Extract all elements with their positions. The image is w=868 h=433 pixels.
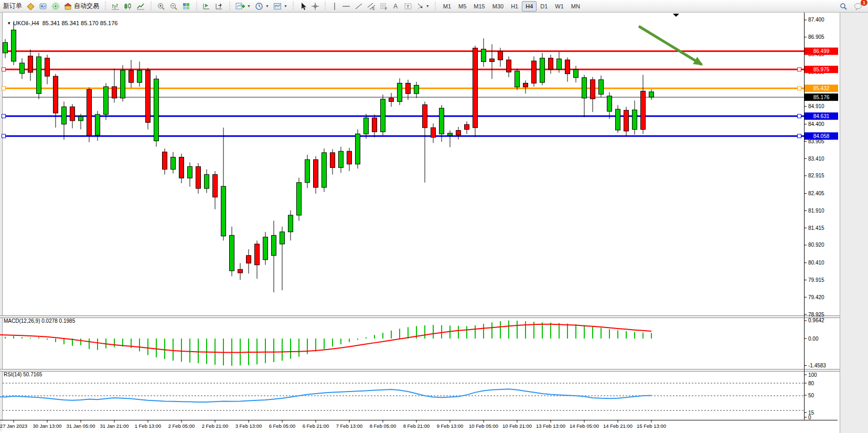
- candle-body: [507, 60, 511, 72]
- price-badge-text: 85.975: [813, 67, 830, 72]
- new-order-button[interactable]: 新订单: [1, 1, 24, 12]
- vertical-line-tool-button[interactable]: [329, 1, 340, 12]
- level-handle[interactable]: [798, 68, 801, 71]
- timeframe-m5-button[interactable]: M5: [455, 1, 470, 12]
- text-label-tool-button[interactable]: T: [402, 1, 414, 12]
- toolbar: 新订单 自动交易: [0, 0, 868, 13]
- toolbar-separator: [434, 2, 437, 11]
- crosshair-button[interactable]: [309, 1, 322, 12]
- auto-scroll-button[interactable]: [200, 1, 213, 12]
- candle-body: [238, 269, 243, 273]
- chart-canvas[interactable]: 87.40086.90586.41085.90084.91084.40083.9…: [0, 0, 840, 433]
- fibonacci-tool-button[interactable]: F: [378, 1, 390, 12]
- indicators-button[interactable]: ▼: [233, 1, 253, 12]
- candle-body: [62, 107, 67, 124]
- autotrading-button[interactable]: 自动交易: [62, 1, 101, 12]
- level-handle[interactable]: [798, 134, 801, 138]
- chevron-down-icon: ▼: [426, 4, 430, 8]
- timeframe-h4-button[interactable]: H4: [522, 1, 537, 12]
- candle-body: [339, 151, 344, 167]
- tile-windows-button[interactable]: [180, 1, 192, 12]
- zoom-out-icon: [169, 2, 178, 10]
- text-label-icon: T: [404, 2, 412, 10]
- notifications-button[interactable]: 1: [852, 1, 865, 12]
- level-handle[interactable]: [2, 114, 6, 118]
- toolbar-separator: [228, 2, 231, 11]
- line-chart-button[interactable]: [134, 1, 147, 12]
- time-tick-label: 1 Feb 13:00: [135, 423, 162, 429]
- time-tick-label: 10 Feb 21:00: [502, 423, 532, 429]
- text-icon: A: [392, 2, 400, 10]
- timeframe-m1-button[interactable]: M1: [440, 1, 455, 12]
- timeframe-h1-button[interactable]: H1: [507, 1, 522, 12]
- candle-body: [381, 99, 385, 132]
- bar-chart-button[interactable]: [109, 1, 122, 12]
- chevron-down-icon: ▼: [247, 4, 251, 8]
- zoom-out-button[interactable]: [167, 1, 180, 12]
- arrows-tool-button[interactable]: ▼: [414, 1, 432, 12]
- candle-body: [255, 244, 260, 265]
- candle-body: [112, 87, 117, 98]
- candle-body: [280, 232, 285, 244]
- chevron-down-icon: ▼: [284, 4, 287, 8]
- trendline-tool-button[interactable]: [352, 1, 365, 12]
- order-book-button[interactable]: [24, 1, 37, 12]
- chart-dropdown-caret[interactable]: ▼: [7, 21, 11, 26]
- templates-button[interactable]: ▼: [271, 1, 290, 12]
- candle-body: [431, 128, 436, 138]
- candle-body: [389, 98, 394, 102]
- bar-chart-icon: [111, 2, 120, 10]
- candle-body: [297, 183, 302, 215]
- macd-tick-label: -1.4583: [808, 363, 826, 368]
- price-tick-label: 79.420: [808, 294, 824, 300]
- candlestick-chart-button[interactable]: [122, 1, 134, 12]
- timeframe-m15-button[interactable]: M15: [470, 1, 488, 12]
- candle-body: [221, 186, 226, 236]
- candle-body: [557, 59, 562, 69]
- candle-body: [414, 85, 419, 93]
- text-tool-button[interactable]: A: [390, 1, 402, 12]
- candle-body: [372, 118, 377, 132]
- candle-body: [490, 59, 495, 61]
- candle-body: [624, 110, 629, 131]
- horizontal-line-icon: [342, 2, 350, 10]
- price-tick-label: 80.410: [808, 260, 824, 266]
- candle-body: [398, 83, 402, 101]
- chart-shift-button[interactable]: [213, 1, 226, 12]
- candle-body: [641, 91, 646, 130]
- accounts-button[interactable]: [37, 1, 49, 12]
- timeframe-mn-button[interactable]: MN: [567, 1, 584, 12]
- level-handle[interactable]: [798, 114, 801, 118]
- horizontal-line-tool-button[interactable]: [340, 1, 352, 12]
- candle-body: [20, 63, 25, 73]
- macd-tick-label: 0.00: [808, 336, 819, 342]
- timeframe-d1-button[interactable]: D1: [537, 1, 551, 12]
- zoom-in-button[interactable]: [155, 1, 167, 12]
- crosshair-icon: [311, 2, 319, 10]
- level-handle[interactable]: [2, 134, 6, 138]
- candle-body: [188, 166, 192, 178]
- equidistant-channel-button[interactable]: E: [365, 1, 378, 12]
- level-handle[interactable]: [2, 68, 6, 71]
- candle-body: [45, 58, 50, 76]
- candle-body: [448, 133, 453, 135]
- signals-button[interactable]: [49, 1, 62, 12]
- chart-shift-icon: [215, 2, 223, 10]
- level-handle[interactable]: [798, 87, 801, 90]
- candle-body: [322, 153, 327, 187]
- candle-body: [196, 166, 201, 188]
- price-tick-label: 81.910: [808, 208, 824, 214]
- periods-button[interactable]: ▼: [253, 1, 271, 12]
- time-tick-label: 9 Feb 13:00: [437, 423, 464, 429]
- level-handle[interactable]: [2, 87, 6, 90]
- candle-body: [364, 118, 369, 134]
- candle-body: [28, 56, 33, 72]
- toolbar-separator: [149, 2, 152, 11]
- template-chart-icon: [273, 2, 282, 10]
- search-button[interactable]: [837, 1, 850, 12]
- candle-body: [456, 130, 461, 135]
- timeframe-w1-button[interactable]: W1: [551, 1, 567, 12]
- cursor-button[interactable]: [297, 1, 309, 12]
- candle-body: [532, 61, 537, 83]
- timeframe-m30-button[interactable]: M30: [489, 1, 507, 12]
